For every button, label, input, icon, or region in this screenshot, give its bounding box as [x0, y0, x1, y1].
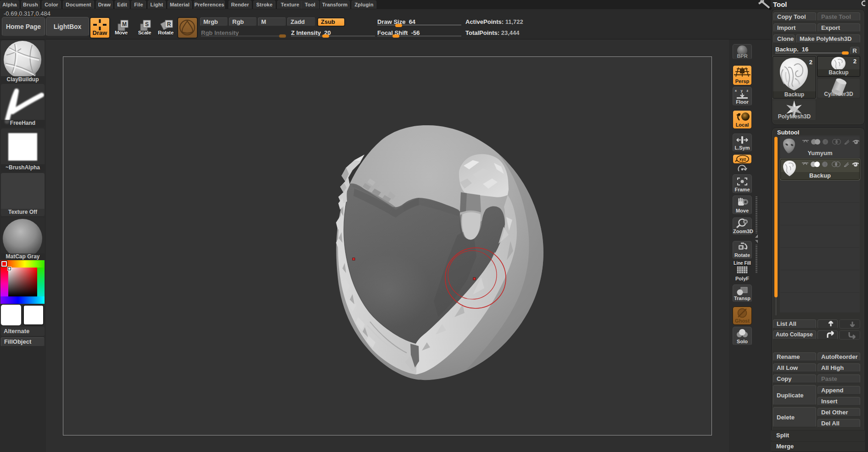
svg-text:M: M [122, 21, 127, 28]
svg-text:R: R [167, 21, 171, 28]
svg-text:Move: Move [115, 30, 128, 35]
svg-text:xyz: xyz [739, 157, 746, 162]
svg-text:Scale: Scale [138, 30, 151, 35]
svg-text:S: S [145, 21, 149, 28]
svg-text:Rotate: Rotate [158, 30, 174, 35]
